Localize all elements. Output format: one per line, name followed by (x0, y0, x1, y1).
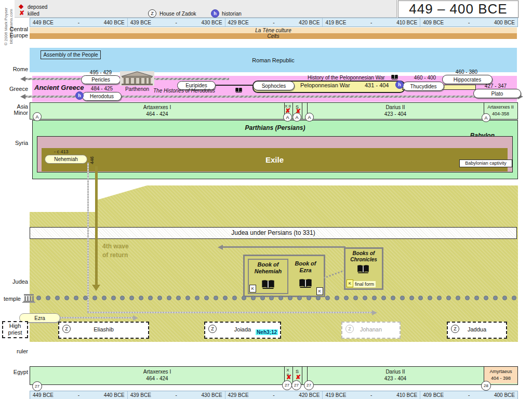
zadok-label: House of Zadok (159, 11, 196, 17)
darius2-dates: 423 - 404 (307, 376, 484, 382)
temple-dot (120, 296, 125, 300)
timeline-cell: 439 BCE-430 BCE (127, 18, 225, 26)
final-form-label: final form (353, 281, 376, 287)
priest-box-joiada: Z Joiada Neh3;12 (204, 322, 281, 339)
timeline-diagram: © 2006 Mark Poyser biblediagrams.com ◆ d… (0, 0, 532, 399)
temple-dot (204, 296, 209, 300)
sogdianus-killed-icon: ✘ (296, 374, 301, 380)
parthenon-label: Parthenon (120, 86, 154, 92)
temple-dot (493, 296, 498, 300)
timeline-start: 419 BCE (325, 392, 346, 398)
priest-box-jaddua: Z Jaddua (447, 322, 507, 339)
timeline-end: 440 BCE (104, 392, 125, 398)
killed-label: killed (28, 11, 39, 17)
row-label-greece: Greece (0, 86, 28, 92)
nehemiah-pill: Nehemiah (45, 155, 87, 164)
herodotus-dates: 484 - 425 (83, 86, 121, 91)
temple-dot (428, 296, 432, 300)
timeline-start: 449 BCE (33, 20, 54, 25)
timeline-end: 430 BCE (202, 392, 222, 398)
temple-dot (64, 296, 69, 300)
temple-dot (223, 296, 228, 300)
temple-dot (157, 296, 162, 300)
return-year-label: 446 (89, 150, 95, 164)
accession-icon: A (283, 113, 292, 122)
timeline-start: 429 BCE (228, 392, 249, 398)
timeline-sep: - (176, 392, 177, 398)
temple-dot (456, 296, 460, 300)
histories-book-icon (235, 87, 243, 93)
timeline-end: 410 BCE (396, 392, 417, 398)
histories-label: The Histories of Herodotus (153, 88, 215, 94)
books-arrowhead (218, 245, 223, 250)
parthians-label: Parthians (Persians) (33, 124, 517, 131)
killed-icon: ✘ (19, 9, 24, 17)
euripides-connector (214, 85, 255, 86)
row-label-central-europe: CentralEurope (0, 26, 28, 38)
temple-dot (381, 296, 386, 300)
temple-dots (36, 296, 516, 300)
temple-dot (307, 296, 311, 300)
temple-dot (111, 296, 116, 300)
asia-minor-band: Artaxerxes I 464 - 424 X II S ✘ ✘ Darius… (30, 102, 518, 119)
timeline-start: 409 BCE (423, 392, 444, 398)
temple-dot (36, 296, 41, 300)
peloponnesian-war-dates: 431 - 404 (365, 82, 389, 88)
temple-dot (400, 296, 405, 300)
temple-dot (269, 296, 274, 300)
deposed-icon: ◆ (19, 3, 23, 10)
darius2-name: Darius II (307, 104, 484, 111)
temple-dot (316, 296, 321, 300)
return-wave-label: 4th waveof return (102, 242, 129, 260)
kethuvim-badge: K (347, 280, 353, 287)
temple-icon (22, 293, 35, 303)
artaxerxes1-name: Artaxerxes I (30, 104, 284, 111)
nehemiah-arrow (87, 312, 373, 313)
la-tene-strip: La Tène culture (30, 28, 517, 33)
temple-dot (74, 296, 78, 300)
temple-dot (148, 296, 153, 300)
chronicles-box: Books ofChronicles K final form (344, 247, 383, 290)
accession-icon: A (33, 112, 42, 121)
war-history-label: History of the Peloponnesian War (308, 75, 385, 81)
timeline-sep: - (468, 392, 470, 398)
timeline-sep: - (370, 20, 372, 25)
artaxerxes2-name: Artaxerxes II (484, 104, 517, 110)
timeline-sep: - (176, 20, 177, 25)
timeline-end: 440 BCE (104, 20, 125, 25)
timeline-start: 429 BCE (228, 20, 249, 25)
book-of-nehemiah-box: Book ofNehemiah K (248, 259, 288, 294)
temple-dot (278, 296, 283, 300)
zadok-icon: Z (208, 325, 217, 333)
temple-dot (129, 296, 134, 300)
temple-dot (465, 296, 470, 300)
temple-dot (363, 296, 367, 300)
temple-dot (102, 296, 107, 300)
rome-band: Assembly of the People Roman Republic (30, 48, 517, 72)
timeline-bottom: 449 BCE-440 BCE439 BCE-430 BCE429 BCE-42… (30, 391, 518, 399)
timeline-sep: - (273, 20, 274, 25)
thucydides-dates: 460 - 400 (409, 75, 441, 81)
temple-dot (409, 296, 414, 300)
celts-strip: Celts (30, 33, 517, 39)
parthenon-image (120, 71, 154, 86)
plato-pill: Plato (473, 89, 521, 98)
temple-dot (92, 296, 97, 300)
dynasty-27-icon: 27 (304, 380, 314, 390)
historian-icon: h (211, 9, 219, 18)
books-box: Book ofNehemiah K Book ofEzra K (243, 255, 325, 297)
dynasty-27-icon: 27 (291, 380, 301, 390)
zadok-icon: Z (62, 325, 71, 333)
war-history-book-icon (391, 74, 398, 80)
peloponnesian-war-label: Peloponnesian War (300, 82, 350, 88)
timeline-end: 400 BCE (494, 392, 515, 398)
temple-dot (344, 296, 349, 300)
timeline-sep: - (370, 392, 372, 398)
timeline-start: 439 BCE (130, 392, 151, 398)
darius2-name: Darius II (307, 369, 484, 376)
temple-dot (185, 296, 190, 300)
temple-dot (83, 296, 88, 300)
row-label-judea: Judea (0, 278, 28, 285)
pericles-lifeline-arrowhead (20, 76, 25, 82)
artaxerxes1-name: Artaxerxes I (30, 369, 284, 376)
